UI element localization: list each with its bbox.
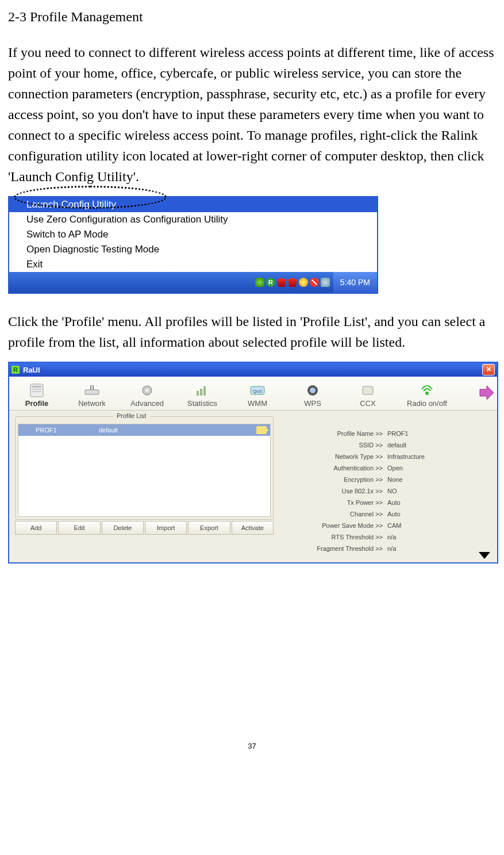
wmm-icon: QoS [249,383,266,398]
svg-rect-11 [203,386,206,396]
taskbar-clock: 5:40 PM [333,272,377,293]
raui-titlebar: R RaUI ✕ [9,363,497,377]
window-title: RaUI [23,366,40,374]
page-number: 37 [8,742,496,750]
svg-rect-5 [90,385,91,390]
raui-window: R RaUI ✕ Profile Network Advanced Statis… [8,362,498,563]
context-menu-item-exit[interactable]: Exit [9,257,377,272]
antivirus-icon[interactable] [310,278,319,287]
svg-rect-6 [93,385,94,390]
add-button[interactable]: Add [15,521,57,535]
ralink-tray-icon[interactable]: R [266,278,275,287]
shield-icon[interactable] [288,278,297,287]
tab-ccx[interactable]: CCX [340,381,395,410]
svg-rect-1 [32,386,41,388]
tab-label: CCX [360,399,375,408]
svg-rect-2 [32,389,41,390]
export-button[interactable]: Export [188,521,230,535]
svg-point-8 [145,389,149,392]
network-icon [83,383,101,398]
statistics-icon [194,383,211,398]
section-heading: 2-3 Profile Management [8,9,496,25]
tab-wps[interactable]: WPS [285,381,340,410]
gear-icon [138,383,156,398]
radio-icon [418,383,436,398]
tab-statistics[interactable]: Statistics [175,381,230,410]
activate-button[interactable]: Activate [232,521,274,535]
tab-profile[interactable]: Profile [9,381,64,410]
tab-wmm[interactable]: QoS WMM [230,381,285,410]
tab-label: Statistics [187,399,217,408]
tab-label: Radio on/off [407,399,447,408]
tab-label: Advanced [130,399,164,408]
context-menu-item-apmode[interactable]: Switch to AP Mode [9,227,377,242]
svg-rect-16 [363,386,373,394]
context-menu-screenshot: Launch Config Utility Use Zero Configura… [8,196,378,294]
expand-down-icon[interactable] [479,552,490,559]
profile-name-cell: PROF1 [18,427,99,434]
raui-toolbar: Profile Network Advanced Statistics QoS … [9,377,497,411]
context-menu-item-zeroconfig[interactable]: Use Zero Configuration as Configuration … [9,212,377,227]
detail-8021x: Use 802.1x >>NO [291,485,491,497]
paragraph-2: Click the 'Profile' menu. All profiles w… [8,311,496,352]
tab-label: WPS [304,399,321,408]
profile-list[interactable]: PROF1 default [18,424,271,517]
wps-icon [304,383,321,398]
profile-icon [28,383,45,398]
ccx-icon [359,383,376,398]
alert-icon[interactable] [299,278,308,287]
detail-channel: Channel >>Auto [291,508,491,520]
tab-network[interactable]: Network [64,381,120,410]
tab-label: Network [78,399,106,408]
svg-point-17 [425,392,429,395]
edit-button[interactable]: Edit [58,521,100,535]
import-button[interactable]: Import [145,521,187,535]
detail-rts: RTS Threshold >>n/a [291,531,491,543]
svg-rect-3 [32,391,41,392]
profile-actions: Add Edit Delete Import Export Activate [15,521,274,535]
tab-label: WMM [248,399,267,408]
tray-icon[interactable] [255,278,264,287]
annotation-ellipse [14,186,167,209]
profile-list-group: Profile List PROF1 default [15,416,274,520]
tab-radio[interactable]: Radio on/off [395,381,459,410]
paragraph-1: If you need to connect to different wire… [8,42,496,187]
close-button[interactable]: ✕ [482,364,495,375]
detail-txpower: Tx Power >>Auto [291,497,491,508]
system-tray: R [252,278,333,287]
svg-rect-9 [197,391,199,396]
tab-advanced[interactable]: Advanced [120,381,175,410]
profile-details: Profile Name >>PROF1 SSID >>default Netw… [274,416,491,554]
profile-list-legend: Profile List [113,412,149,419]
tab-label: Profile [25,399,48,408]
taskbar: R 5:40 PM [9,272,377,293]
detail-authentication: Authentication >>Open [291,462,491,474]
detail-ssid: SSID >>default [291,439,491,451]
profile-row-selected[interactable]: PROF1 default [18,424,270,436]
delete-button[interactable]: Delete [102,521,144,535]
app-icon: R [11,366,20,374]
next-arrow-icon[interactable] [479,386,495,400]
context-menu-item-launch[interactable]: Launch Config Utility [9,197,377,212]
context-menu-item-diagnostic[interactable]: Open Diagnostic Testing Mode [9,242,377,257]
detail-network-type: Network Type >>Infrastructure [291,451,491,462]
detail-powersave: Power Save Mode >>CAM [291,520,491,531]
shield-icon[interactable] [277,278,286,287]
svg-rect-4 [85,390,99,394]
wifi-icon[interactable] [321,278,330,287]
svg-text:QoS: QoS [253,389,262,394]
svg-point-15 [310,388,316,393]
profile-ssid-cell: default [99,427,174,434]
edit-icon [256,426,267,434]
detail-profile-name: Profile Name >>PROF1 [291,428,491,439]
svg-rect-10 [200,389,202,396]
detail-fragment: Fragment Threshold >>n/a [291,543,491,554]
detail-encryption: Encryption >>None [291,474,491,485]
